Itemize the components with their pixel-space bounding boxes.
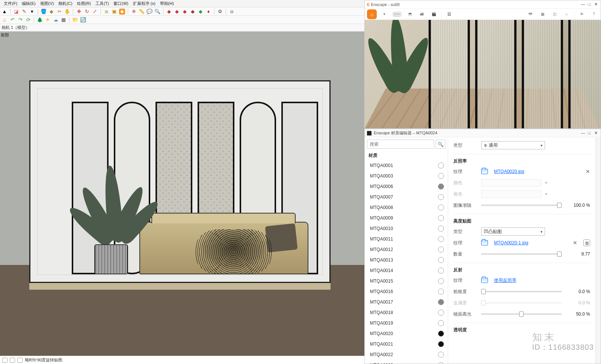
viewport[interactable]: 前部 <box>0 32 364 356</box>
maximize-icon[interactable]: □ <box>587 131 592 135</box>
window-icon[interactable]: ▣ <box>111 9 117 15</box>
axis-icon[interactable]: ✵ <box>131 9 137 15</box>
folder-icon[interactable] <box>481 169 488 174</box>
tint-swatch[interactable] <box>481 190 541 198</box>
sun-icon[interactable]: ☀ <box>45 17 51 23</box>
maximize-icon[interactable]: □ <box>587 2 592 6</box>
specular-slider[interactable] <box>481 313 562 315</box>
color-swatch[interactable] <box>481 179 541 187</box>
material-search-input[interactable] <box>367 140 434 149</box>
material-item[interactable]: MTQA0011 <box>365 234 448 244</box>
enscape-home-icon[interactable]: ⌂ <box>367 9 377 19</box>
search-button-icon[interactable]: 🔍 <box>436 140 445 149</box>
material-item[interactable]: MTQA0014 <box>365 265 448 276</box>
enscape-city-icon[interactable]: 🏙 <box>417 10 426 19</box>
gear-icon[interactable]: ⚙ <box>217 9 223 15</box>
menu-item[interactable]: 扩展程序 (x) <box>131 1 158 6</box>
height-type-select[interactable]: 凹凸贴图▾ <box>481 227 545 236</box>
menu-item[interactable]: 窗口(W) <box>111 1 131 6</box>
menu-item[interactable]: 绘图(R) <box>75 1 93 6</box>
enscape-star-icon[interactable]: ✦ <box>380 10 389 19</box>
enscape-box-icon[interactable]: ◫ <box>550 10 559 19</box>
scale-icon[interactable]: ⤢ <box>92 9 98 15</box>
material-icon[interactable]: ◆ <box>48 9 54 15</box>
plugin3-icon[interactable]: ◆ <box>182 9 188 15</box>
texture-extra-icon[interactable]: ▥ <box>583 239 590 246</box>
rotate-icon[interactable]: ↻ <box>84 9 90 15</box>
enscape-help-icon[interactable]: ? <box>589 10 598 19</box>
material-item[interactable]: MTQA0012 <box>365 244 448 255</box>
clip-icon[interactable]: ✂ <box>56 9 62 15</box>
status-icon[interactable] <box>2 358 8 363</box>
menu-item[interactable]: 文件(F) <box>2 1 20 6</box>
material-item[interactable]: MTQA0010 <box>365 223 448 234</box>
enscape-home-icon[interactable]: ⌂ <box>2 17 8 23</box>
hand-icon[interactable]: ✋ <box>64 9 70 15</box>
menu-item[interactable]: 视图(V) <box>38 1 56 6</box>
material-item[interactable]: MTQA0021 <box>365 339 448 349</box>
enscape-grid-icon[interactable]: ▦ <box>538 10 547 19</box>
enscape-asset-icon[interactable]: ⬒ <box>405 10 414 19</box>
move-icon[interactable]: ✥ <box>76 9 82 15</box>
material-item[interactable]: MTQA0003 <box>365 171 448 181</box>
refresh-icon[interactable]: ⟳ <box>25 17 31 23</box>
menu-item[interactable]: 编辑(E) <box>20 1 38 6</box>
roughness-slider[interactable] <box>481 291 562 292</box>
scrollbar[interactable] <box>595 137 601 364</box>
select-tool-icon[interactable]: ▲ <box>2 9 8 15</box>
speech-icon[interactable]: 💬 <box>146 9 153 15</box>
material-item[interactable]: MTQA0008 <box>365 202 448 213</box>
enscape-sun-icon[interactable]: ☼ <box>562 10 571 19</box>
use-albedo-link[interactable]: 使用反照率 <box>494 277 516 284</box>
paint-bucket-icon[interactable]: 🪣 <box>41 9 47 15</box>
minimize-icon[interactable]: — <box>580 131 586 135</box>
enscape-screenshot-icon[interactable]: 🖼 <box>445 10 454 19</box>
plugin4-icon[interactable]: ◆ <box>190 9 196 15</box>
plugin-gem-icon[interactable]: ♦ <box>205 9 211 15</box>
material-item[interactable]: MTQA0015 <box>365 276 448 286</box>
folder-icon[interactable] <box>481 240 488 245</box>
status-icon[interactable] <box>17 358 23 363</box>
enscape-bim-button[interactable]: BIM <box>392 12 402 17</box>
tree-icon[interactable]: 🌲 <box>37 17 43 23</box>
type-select[interactable]: ⊕ 通用▾ <box>481 141 545 149</box>
reload-icon[interactable]: 🔃 <box>80 17 86 23</box>
menu-item[interactable]: 相机(C) <box>56 1 74 6</box>
material-item[interactable]: MTQA0006 <box>365 181 448 192</box>
height-texture-link[interactable]: MTQA0020-1.jpg <box>494 240 528 245</box>
plugin5-icon[interactable]: ◆ <box>198 9 204 15</box>
enscape-map-icon[interactable]: 🗺 <box>526 10 535 19</box>
enscape-clap-icon[interactable]: 🎬 <box>429 10 438 19</box>
albedo-texture-link[interactable]: MTQA0020.jpg <box>494 169 524 174</box>
menu-item[interactable]: 工具(T) <box>93 1 111 6</box>
clear-texture-icon[interactable]: ✕ <box>586 168 590 174</box>
minimize-icon[interactable]: — <box>580 2 586 6</box>
enscape-eye-icon[interactable]: 👁 <box>577 10 586 19</box>
orange-active-icon[interactable]: ■ <box>119 9 125 15</box>
material-item[interactable]: MTQA0022 <box>365 349 448 360</box>
user-icon[interactable]: ☺ <box>229 9 235 15</box>
material-item[interactable]: MTQA0007 <box>365 192 448 202</box>
folder-icon[interactable] <box>481 278 488 283</box>
layers-icon[interactable]: ≣ <box>103 9 109 15</box>
folder-icon[interactable]: 📁 <box>72 17 78 23</box>
material-item[interactable]: MTQA0020 <box>365 328 448 339</box>
material-item[interactable]: MTQA0013 <box>365 255 448 265</box>
eraser-icon[interactable]: ◪ <box>13 9 19 15</box>
material-item[interactable]: MTQA0019 <box>365 318 448 328</box>
checker-icon[interactable]: ▦ <box>60 17 66 23</box>
close-icon[interactable]: ✕ <box>593 2 598 7</box>
material-item[interactable]: MTQA0017 <box>365 297 448 307</box>
amount-slider[interactable] <box>481 253 562 255</box>
redo-icon[interactable]: ↷ <box>17 17 23 23</box>
cloud-icon[interactable]: ☁ <box>53 17 59 23</box>
enscape-render-view[interactable] <box>365 20 601 128</box>
plugin1-icon[interactable]: ◆ <box>166 9 172 15</box>
plugin2-icon[interactable]: ◆ <box>174 9 180 15</box>
material-item[interactable]: MTQA0016 <box>365 286 448 297</box>
close-icon[interactable]: ✕ <box>593 131 598 135</box>
material-item[interactable]: MTQA0023 <box>365 360 448 364</box>
dropdown-icon[interactable]: ▾ <box>29 9 35 15</box>
tape-icon[interactable]: 📏 <box>139 9 145 15</box>
material-item[interactable]: MTQA0018 <box>365 307 448 318</box>
